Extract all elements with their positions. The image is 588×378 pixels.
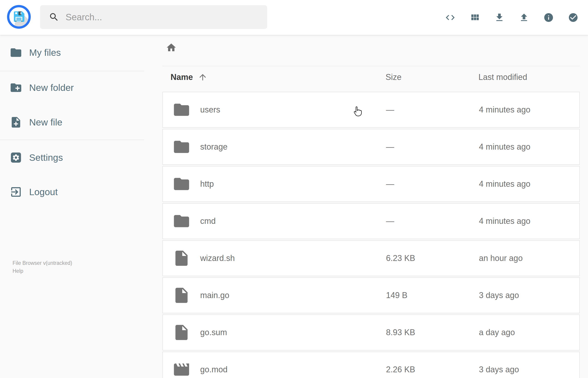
file-icon (172, 249, 191, 267)
file-size: 6.23 KB (386, 254, 415, 263)
file-modified: 4 minutes ago (479, 142, 530, 152)
table-row[interactable]: users — 4 minutes ago (162, 92, 580, 128)
column-header-name[interactable]: Name (171, 72, 207, 82)
folder-icon (172, 138, 191, 156)
sidebar-item-label: My files (29, 47, 61, 58)
file-modified: 4 minutes ago (479, 105, 530, 115)
file-modified: a day ago (479, 328, 515, 337)
column-header-modified[interactable]: Last modified (479, 72, 527, 82)
file-modified: 4 minutes ago (479, 179, 530, 189)
search-input[interactable] (66, 12, 260, 22)
folder-icon (172, 175, 191, 193)
sidebar: My files New folder New file Settings (0, 35, 144, 378)
list-header: Name Size Last modified (162, 69, 580, 85)
sidebar-item-logout[interactable]: Logout (0, 178, 144, 206)
file-name: go.mod (200, 365, 227, 374)
sidebar-item-label: Logout (29, 187, 58, 197)
file-modified: 3 days ago (479, 365, 519, 374)
sidebar-item-label: New file (29, 117, 62, 128)
file-name: wizard.sh (200, 254, 235, 263)
sidebar-item-label: Settings (29, 152, 63, 163)
sidebar-item-my-files[interactable]: My files (0, 39, 144, 66)
file-modified: 4 minutes ago (479, 216, 530, 226)
table-row[interactable]: http — 4 minutes ago (162, 166, 580, 202)
help-link[interactable]: Help (13, 267, 23, 275)
app-version: File Browser v(untracked) (13, 259, 72, 267)
file-size: — (386, 142, 394, 152)
file-size: — (386, 179, 394, 189)
sidebar-footer: File Browser v(untracked) Help (13, 259, 72, 275)
file-name: cmd (200, 216, 216, 226)
sidebar-item-new-file[interactable]: New file (0, 109, 144, 136)
table-row[interactable]: main.go 149 B 3 days ago (162, 277, 580, 313)
file-size: — (386, 216, 394, 226)
search-bar (40, 5, 267, 29)
file-name: storage (200, 142, 227, 152)
header-actions (445, 0, 578, 35)
sort-ascending-icon (198, 72, 207, 82)
column-header-name-label: Name (171, 72, 193, 82)
sidebar-item-settings[interactable]: Settings (0, 144, 144, 171)
file-size: — (386, 105, 394, 115)
file-name: go.sum (200, 328, 227, 337)
file-name: http (200, 179, 214, 189)
table-row[interactable]: go.sum 8.93 KB a day ago (162, 314, 580, 351)
file-modified: 3 days ago (479, 291, 519, 300)
logout-icon (10, 186, 22, 198)
upload-icon[interactable] (519, 12, 529, 23)
file-icon (172, 286, 191, 304)
folder-icon (10, 46, 22, 59)
grid-view-icon[interactable] (469, 12, 480, 23)
table-row[interactable]: cmd — 4 minutes ago (162, 203, 580, 239)
table-row[interactable]: storage — 4 minutes ago (162, 129, 580, 165)
filebrowser-logo-icon[interactable] (7, 5, 31, 29)
file-size: 149 B (386, 291, 407, 300)
file-list: users — 4 minutes ago storage — 4 minute… (162, 92, 580, 378)
sidebar-item-label: New folder (29, 82, 74, 93)
create-file-icon (10, 116, 22, 129)
settings-icon (10, 151, 22, 164)
file-icon (172, 323, 191, 342)
create-folder-icon (10, 81, 22, 94)
file-size: 8.93 KB (386, 328, 415, 337)
select-icon[interactable] (568, 12, 578, 23)
table-row[interactable]: wizard.sh 6.23 KB an hour ago (162, 240, 580, 276)
sidebar-item-new-folder[interactable]: New folder (0, 74, 144, 101)
column-header-size[interactable]: Size (386, 72, 401, 82)
file-name: users (200, 105, 220, 115)
sidebar-divider (0, 71, 144, 71)
folder-icon (172, 101, 191, 119)
breadcrumb-home-icon[interactable] (166, 42, 177, 53)
movie-icon (172, 361, 191, 378)
breadcrumb-divider (162, 66, 580, 66)
table-row[interactable]: go.mod 2.26 KB 3 days ago (162, 351, 580, 378)
download-icon[interactable] (494, 12, 505, 23)
code-icon[interactable] (445, 12, 455, 23)
file-modified: an hour ago (479, 254, 523, 263)
search-icon (49, 12, 59, 22)
folder-icon (172, 212, 191, 230)
top-header (0, 0, 588, 35)
file-size: 2.26 KB (386, 365, 415, 374)
info-icon[interactable] (543, 12, 554, 23)
file-name: main.go (200, 291, 229, 300)
sidebar-divider (0, 140, 144, 140)
